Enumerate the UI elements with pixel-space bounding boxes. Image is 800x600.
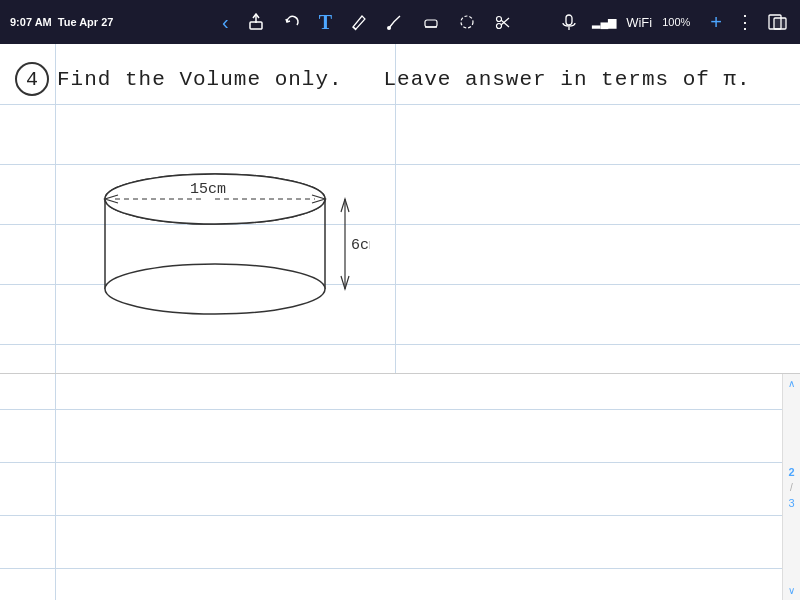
signal-icon: ▂▄▆ [592,16,616,29]
date-display: Tue Apr 27 [58,16,114,28]
time-display: 9:07 AM [10,16,52,28]
question-area: 4 Find the Volume only. Leave answer in … [15,62,785,96]
pages-button[interactable] [766,11,790,33]
wifi-icon: WiFi [626,15,652,30]
add-page-button[interactable]: + [708,9,724,36]
lasso-tool[interactable] [456,11,478,33]
battery-display: 100% [662,16,690,28]
svg-text:15cm: 15cm [190,181,226,198]
question-text: Find the Volume only. Leave answer in te… [57,68,751,91]
page-divider: / [790,482,793,493]
svg-point-18 [105,264,325,314]
svg-point-7 [497,17,502,22]
undo-button[interactable] [281,11,303,33]
text-tool-button[interactable]: T [317,9,334,36]
scrollbar: ∧ 2 / 3 ∨ [782,374,800,600]
svg-rect-11 [566,15,572,25]
lower-left-margin [55,374,56,600]
top-bar: 9:07 AM Tue Apr 27 ‹ T [0,0,800,44]
top-bar-right: ▂▄▆ WiFi 100% + ⋮ [592,9,790,36]
svg-rect-14 [774,18,786,29]
scissors-tool[interactable] [492,11,514,33]
lower-section: ∧ 2 / 3 ∨ [0,374,800,600]
svg-point-3 [387,26,391,30]
cylinder-diagram: 15cm 6cm [60,144,380,344]
scroll-down-button[interactable]: ∨ [788,585,795,596]
pen-tool-2[interactable] [384,11,406,33]
page-numbers: 2 / 3 [788,466,794,509]
main-content: 4 Find the Volume only. Leave answer in … [0,44,800,600]
upper-section: 4 Find the Volume only. Leave answer in … [0,44,800,374]
back-button[interactable]: ‹ [220,9,231,36]
more-options-button[interactable]: ⋮ [734,9,756,35]
page-number-3[interactable]: 3 [788,497,794,509]
eraser-tool[interactable] [420,11,442,33]
svg-point-6 [461,16,473,28]
top-bar-left: 9:07 AM Tue Apr 27 [10,16,113,28]
page-number-2[interactable]: 2 [788,466,794,478]
svg-text:6cm: 6cm [351,237,370,254]
toolbar-center: ‹ T [220,9,580,36]
ruled-lines-lower [0,374,800,600]
svg-rect-0 [250,22,262,29]
share-button[interactable] [245,11,267,33]
mic-button[interactable] [558,11,580,33]
question-number: 4 [15,62,49,96]
scroll-up-button[interactable]: ∧ [788,378,795,389]
svg-point-8 [497,24,502,29]
svg-rect-4 [425,20,437,27]
pen-tool-1[interactable] [348,11,370,33]
